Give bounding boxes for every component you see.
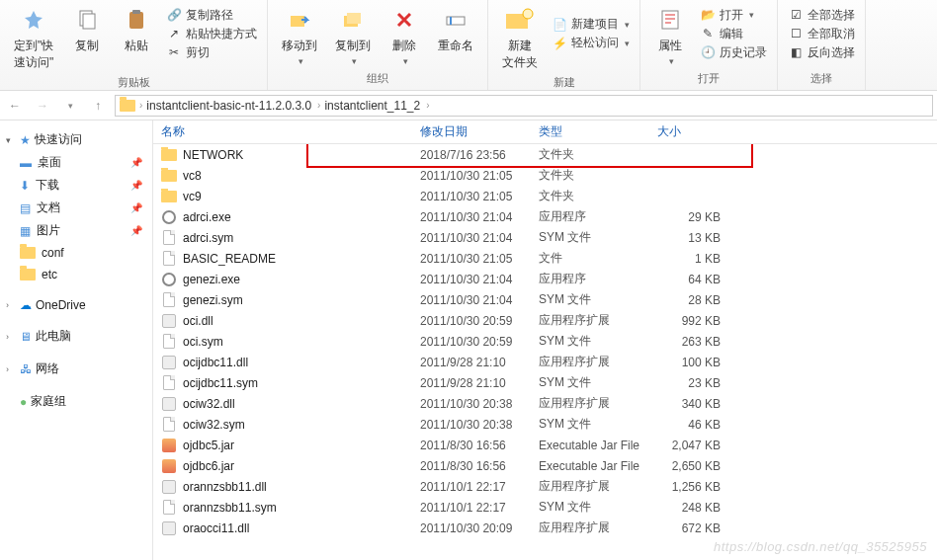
table-row[interactable]: NETWORK2018/7/16 23:56文件夹 bbox=[153, 144, 937, 165]
sidebar-item-desktop[interactable]: ▬桌面📌 bbox=[0, 151, 152, 174]
open-button[interactable]: 📂打开▾ bbox=[700, 7, 767, 24]
crumb-1[interactable]: instantclient_11_2› bbox=[324, 99, 429, 113]
table-row[interactable]: genezi.exe2011/10/30 21:04应用程序64 KB bbox=[153, 269, 937, 289]
sidebar-item-etc[interactable]: etc bbox=[0, 264, 152, 285]
cell-size: 2,650 KB bbox=[649, 459, 728, 473]
cell-type: 应用程序扩展 bbox=[531, 354, 649, 370]
cell-size: 248 KB bbox=[649, 501, 728, 515]
sidebar-item-thispc[interactable]: ›🖥此电脑 bbox=[0, 325, 152, 348]
sidebar-item-onedrive[interactable]: ›☁OneDrive bbox=[0, 295, 152, 315]
back-button[interactable]: ← bbox=[4, 95, 26, 117]
svg-rect-8 bbox=[450, 17, 452, 25]
file-icon bbox=[161, 500, 177, 516]
folder-icon bbox=[120, 98, 135, 114]
table-row[interactable]: oci.sym2011/10/30 20:59SYM 文件263 KB bbox=[153, 331, 937, 352]
sidebar-item-homegroup[interactable]: ●家庭组 bbox=[0, 390, 152, 413]
forward-button[interactable]: → bbox=[32, 95, 53, 117]
file-list-pane: 名称 修改日期 类型 大小 NETWORK2018/7/16 23:56文件夹v… bbox=[153, 120, 937, 560]
paste-button[interactable]: 粘贴 bbox=[117, 2, 156, 56]
open-group-label: 打开 bbox=[698, 69, 720, 88]
dll-icon bbox=[161, 313, 177, 329]
cell-name: ojdbc6.jar bbox=[153, 458, 412, 474]
col-date[interactable]: 修改日期 bbox=[412, 123, 531, 140]
table-row[interactable]: ociw32.sym2011/10/30 20:38SYM 文件46 KB bbox=[153, 414, 937, 435]
properties-button[interactable]: 属性▾ bbox=[650, 2, 690, 68]
folder-icon bbox=[20, 245, 36, 261]
pin-icon bbox=[18, 4, 49, 36]
folder-icon bbox=[161, 147, 177, 163]
cell-date: 2011/8/30 16:56 bbox=[412, 439, 531, 452]
table-row[interactable]: oraocci11.dll2011/10/30 20:09应用程序扩展672 K… bbox=[153, 518, 937, 538]
table-row[interactable]: oci.dll2011/10/30 20:59应用程序扩展992 KB bbox=[153, 310, 937, 331]
copy-path-button[interactable]: 🔗复制路径 bbox=[166, 7, 257, 24]
cell-type: 应用程序 bbox=[531, 208, 649, 225]
cell-size: 1,256 KB bbox=[649, 480, 728, 494]
paste-shortcut-button[interactable]: ↗粘贴快捷方式 bbox=[166, 26, 257, 42]
ribbon-group-new: 新建 文件夹 📄新建项目▾ ⚡轻松访问▾ 新建 bbox=[488, 0, 640, 90]
rename-button[interactable]: 重命名 bbox=[434, 2, 477, 56]
breadcrumb[interactable]: › instantclient-basic-nt-11.2.0.3.0› ins… bbox=[115, 95, 933, 117]
new-group-label: 新建 bbox=[554, 73, 575, 92]
invert-selection-button[interactable]: ◧反向选择 bbox=[788, 44, 855, 61]
recent-button[interactable]: ▾ bbox=[59, 95, 81, 117]
table-row[interactable]: genezi.sym2011/10/30 21:04SYM 文件28 KB bbox=[153, 289, 937, 310]
table-row[interactable]: orannzsbb11.dll2011/10/1 22:17应用程序扩展1,25… bbox=[153, 476, 937, 497]
file-icon bbox=[161, 417, 177, 433]
select-none-button[interactable]: ☐全部取消 bbox=[788, 26, 855, 42]
table-row[interactable]: ojdbc6.jar2011/8/30 16:56Executable Jar … bbox=[153, 455, 937, 476]
link-icon: 🔗 bbox=[166, 7, 182, 23]
cell-size: 13 KB bbox=[649, 231, 728, 245]
sidebar-item-downloads[interactable]: ⬇下载📌 bbox=[0, 174, 152, 197]
table-row[interactable]: ocijdbc11.dll2011/9/28 21:10应用程序扩展100 KB bbox=[153, 352, 937, 372]
pin-to-quick-access-button[interactable]: 定到"快 速访问" bbox=[10, 2, 57, 73]
select-all-button[interactable]: ☑全部选择 bbox=[788, 7, 855, 24]
up-button[interactable]: ↑ bbox=[87, 95, 109, 117]
table-row[interactable]: adrci.exe2011/10/30 21:04应用程序29 KB bbox=[153, 206, 937, 227]
cell-size: 992 KB bbox=[649, 314, 728, 328]
file-icon bbox=[161, 292, 177, 308]
new-folder-button[interactable]: 新建 文件夹 bbox=[498, 2, 542, 73]
col-name[interactable]: 名称 bbox=[153, 123, 412, 140]
cell-size: 100 KB bbox=[649, 356, 728, 369]
rename-icon bbox=[440, 4, 471, 36]
quick-access-header[interactable]: ▾★快速访问 bbox=[0, 128, 152, 151]
ribbon-group-clipboard: 定到"快 速访问" 复制 粘贴 🔗复制路径 ↗粘贴快捷方式 ✂剪切 剪贴板 bbox=[0, 0, 268, 90]
cell-date: 2011/10/30 20:59 bbox=[412, 314, 531, 328]
folder-icon bbox=[20, 267, 36, 282]
col-type[interactable]: 类型 bbox=[531, 123, 649, 140]
sidebar-item-network[interactable]: ›🖧网络 bbox=[0, 358, 152, 380]
cell-name: ocijdbc11.dll bbox=[153, 355, 412, 370]
sidebar-item-documents[interactable]: ▤文档📌 bbox=[0, 197, 152, 219]
cut-button[interactable]: ✂剪切 bbox=[166, 44, 257, 61]
delete-button[interactable]: 删除▾ bbox=[384, 2, 424, 68]
table-row[interactable]: vc82011/10/30 21:05文件夹 bbox=[153, 165, 937, 186]
table-row[interactable]: adrci.sym2011/10/30 21:04SYM 文件13 KB bbox=[153, 227, 937, 248]
cell-type: SYM 文件 bbox=[531, 499, 649, 516]
history-button[interactable]: 🕘历史记录 bbox=[700, 44, 767, 61]
table-row[interactable]: BASIC_README2011/10/30 21:05文件1 KB bbox=[153, 248, 937, 269]
table-row[interactable]: orannzsbb11.sym2011/10/1 22:17SYM 文件248 … bbox=[153, 497, 937, 518]
cell-date: 2011/10/1 22:17 bbox=[412, 501, 531, 515]
new-item-button[interactable]: 📄新建项目▾ bbox=[552, 16, 630, 33]
table-row[interactable]: ocijdbc11.sym2011/9/28 21:10SYM 文件23 KB bbox=[153, 372, 937, 393]
col-size[interactable]: 大小 bbox=[649, 123, 728, 140]
dll-icon bbox=[161, 396, 177, 412]
edit-button[interactable]: ✎编辑 bbox=[700, 26, 767, 42]
move-to-button[interactable]: 移动到▾ bbox=[278, 2, 321, 68]
cell-size: 1 KB bbox=[649, 252, 728, 266]
table-row[interactable]: ojdbc5.jar2011/8/30 16:56Executable Jar … bbox=[153, 435, 937, 455]
copy-button[interactable]: 复制 bbox=[67, 2, 107, 56]
table-row[interactable]: ociw32.dll2011/10/30 20:38应用程序扩展340 KB bbox=[153, 393, 937, 414]
table-row[interactable]: vc92011/10/30 21:05文件夹 bbox=[153, 186, 937, 206]
svg-rect-2 bbox=[129, 12, 143, 29]
file-icon bbox=[161, 230, 177, 246]
edit-icon: ✎ bbox=[700, 26, 716, 41]
cell-type: 文件 bbox=[531, 250, 649, 267]
crumb-0[interactable]: instantclient-basic-nt-11.2.0.3.0› bbox=[146, 99, 320, 113]
sidebar-item-pictures[interactable]: ▦图片📌 bbox=[0, 219, 152, 242]
easy-access-button[interactable]: ⚡轻松访问▾ bbox=[552, 35, 630, 51]
sidebar-item-conf[interactable]: conf bbox=[0, 242, 152, 264]
copy-to-button[interactable]: 复制到▾ bbox=[331, 2, 375, 68]
cell-type: 文件夹 bbox=[531, 146, 649, 163]
cell-date: 2011/10/30 20:38 bbox=[412, 418, 531, 432]
